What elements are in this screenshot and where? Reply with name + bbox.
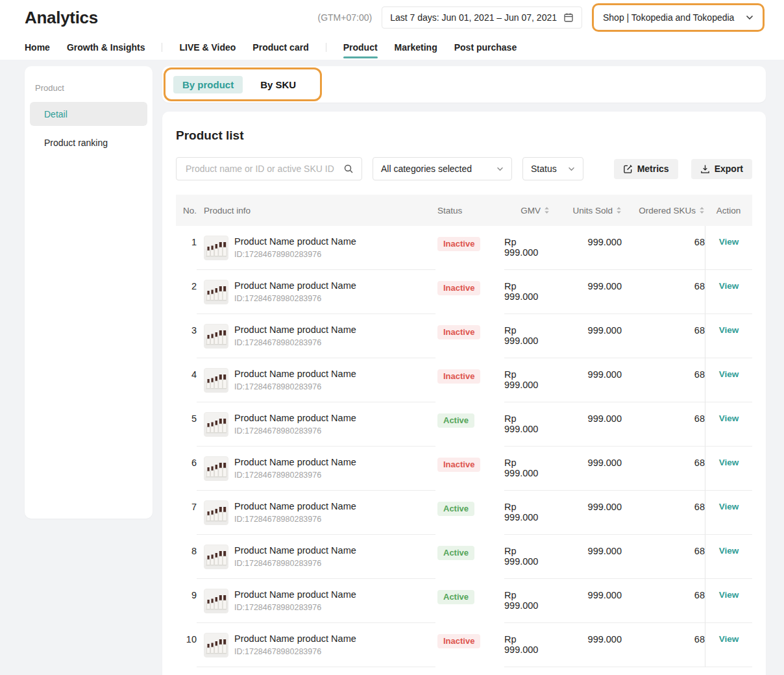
view-tabs-card: By productBy SKU <box>162 66 766 103</box>
nav-item-product-card[interactable]: Product card <box>252 35 308 60</box>
sort-icon[interactable] <box>699 206 705 214</box>
row-number: 10 <box>176 623 197 667</box>
units-sold-cell: 999.000 <box>550 623 622 667</box>
column-no: No. <box>176 195 197 226</box>
view-link[interactable]: View <box>719 502 739 534</box>
status-cell: Inactive <box>435 447 504 491</box>
product-id: ID:17284678980283976 <box>234 603 356 612</box>
action-cell: View <box>705 535 752 579</box>
content-area: Product DetailProduct ranking By product… <box>0 60 784 675</box>
table-row: 9 Pro <box>176 579 752 623</box>
chevron-down-icon <box>746 15 753 20</box>
calendar-icon <box>563 12 574 23</box>
tab-by-sku[interactable]: By SKU <box>260 79 296 90</box>
product-image <box>204 412 228 437</box>
status-badge: Inactive <box>437 281 480 295</box>
date-range-picker[interactable]: Last 7 days: Jun 01, 2021 – Jun 07, 2021 <box>382 6 582 29</box>
product-info-cell: Product Name product Name ID:17284678980… <box>197 270 435 314</box>
view-link[interactable]: View <box>719 325 739 358</box>
product-image <box>204 589 228 613</box>
table-row: 1 Pro <box>176 226 752 270</box>
product-info-cell: Product Name product Name ID:17284678980… <box>197 358 435 402</box>
date-range-value: Last 7 days: Jun 01, 2021 – Jun 07, 2021 <box>390 12 557 23</box>
view-link[interactable]: View <box>719 369 739 402</box>
row-number: 6 <box>176 447 197 491</box>
nav-item-live-video[interactable]: LIVE & Video <box>179 35 236 60</box>
shop-selector-highlight: Shop | Tokopedia and Tokopedia <box>592 3 765 32</box>
column-ordered-skus[interactable]: Ordered SKUs <box>622 195 705 226</box>
product-id: ID:17284678980283976 <box>234 294 356 303</box>
view-tabs-highlight: By productBy SKU <box>164 68 322 101</box>
action-cell: View <box>705 270 752 314</box>
shop-selector-value: Shop | Tokopedia and Tokopedia <box>603 12 734 23</box>
row-number: 3 <box>176 314 197 358</box>
gmv-cell: Rp 999.000 <box>504 535 550 579</box>
nav-item-marketing[interactable]: Marketing <box>395 35 437 60</box>
status-badge: Inactive <box>437 369 480 384</box>
header: Analytics (GTM+07:00) Last 7 days: Jun 0… <box>0 0 784 35</box>
ordered-skus-cell: 68 <box>622 535 705 579</box>
action-cell: View <box>705 358 752 402</box>
view-link[interactable]: View <box>719 281 739 313</box>
product-id: ID:17284678980283976 <box>234 471 356 480</box>
status-badge: Inactive <box>437 325 480 339</box>
search-input[interactable] <box>184 163 343 175</box>
nav-divider <box>326 43 326 52</box>
units-sold-cell: 999.000 <box>550 314 622 358</box>
metrics-button[interactable]: Metrics <box>614 159 678 179</box>
gmv-cell: Rp 999.000 <box>504 579 550 623</box>
topbar: Analytics (GTM+07:00) Last 7 days: Jun 0… <box>0 0 784 60</box>
search-icon[interactable] <box>343 164 354 174</box>
product-name: Product Name product Name <box>234 633 356 644</box>
product-name: Product Name product Name <box>234 545 356 556</box>
export-button[interactable]: Export <box>691 159 752 179</box>
search-box <box>176 157 362 180</box>
action-cell: View <box>705 579 752 623</box>
sort-icon[interactable] <box>616 206 622 214</box>
nav-item-growth-insights[interactable]: Growth & Insights <box>67 35 145 60</box>
sort-icon[interactable] <box>544 206 550 214</box>
gmv-cell: Rp 999.000 <box>504 226 550 270</box>
main-panel: By productBy SKU Product list All catego… <box>162 66 766 675</box>
product-id: ID:17284678980283976 <box>234 515 356 524</box>
column-gmv[interactable]: GMV <box>504 195 550 226</box>
tab-by-product[interactable]: By product <box>173 76 243 93</box>
ordered-skus-cell: 68 <box>622 226 705 270</box>
sidebar-item-product-ranking[interactable]: Product ranking <box>30 130 147 154</box>
view-link[interactable]: View <box>719 413 739 446</box>
view-tabs: By productBy SKU <box>173 76 296 93</box>
view-link[interactable]: View <box>719 634 739 667</box>
main-nav: HomeGrowth & InsightsLIVE & VideoProduct… <box>0 35 784 60</box>
nav-item-post-purchase[interactable]: Post purchase <box>454 35 517 60</box>
units-sold-cell: 999.000 <box>550 402 622 447</box>
units-sold-cell: 999.000 <box>550 358 622 402</box>
status-badge: Inactive <box>437 634 480 648</box>
ordered-skus-cell: 68 <box>622 358 705 402</box>
sidebar-item-detail[interactable]: Detail <box>30 102 147 126</box>
view-link[interactable]: View <box>719 237 739 269</box>
product-id: ID:17284678980283976 <box>234 647 356 656</box>
category-filter[interactable]: All categories selected <box>373 157 512 180</box>
column-status: Status <box>435 195 504 226</box>
status-filter[interactable]: Status <box>522 157 583 180</box>
product-image <box>204 280 228 304</box>
row-number: 2 <box>176 270 197 314</box>
nav-item-home[interactable]: Home <box>25 35 50 60</box>
product-info-cell: Product Name product Name ID:17284678980… <box>197 226 435 270</box>
view-link[interactable]: View <box>719 458 739 490</box>
view-link[interactable]: View <box>719 546 739 578</box>
product-name: Product Name product Name <box>234 369 356 379</box>
nav-item-product[interactable]: Product <box>343 35 378 60</box>
shop-selector[interactable]: Shop | Tokopedia and Tokopedia <box>594 6 762 29</box>
units-sold-cell: 999.000 <box>550 491 622 535</box>
table-row: 3 Pro <box>176 314 752 358</box>
product-info-cell: Product Name product Name ID:17284678980… <box>197 623 435 667</box>
gmv-cell: Rp 999.000 <box>504 491 550 535</box>
sidebar-menu: DetailProduct ranking <box>30 102 147 154</box>
column-units-sold[interactable]: Units Sold <box>550 195 622 226</box>
product-image <box>204 324 228 349</box>
row-number: 1 <box>176 226 197 270</box>
view-link[interactable]: View <box>719 590 739 622</box>
ordered-skus-cell: 68 <box>622 402 705 447</box>
action-cell: View <box>705 402 752 447</box>
